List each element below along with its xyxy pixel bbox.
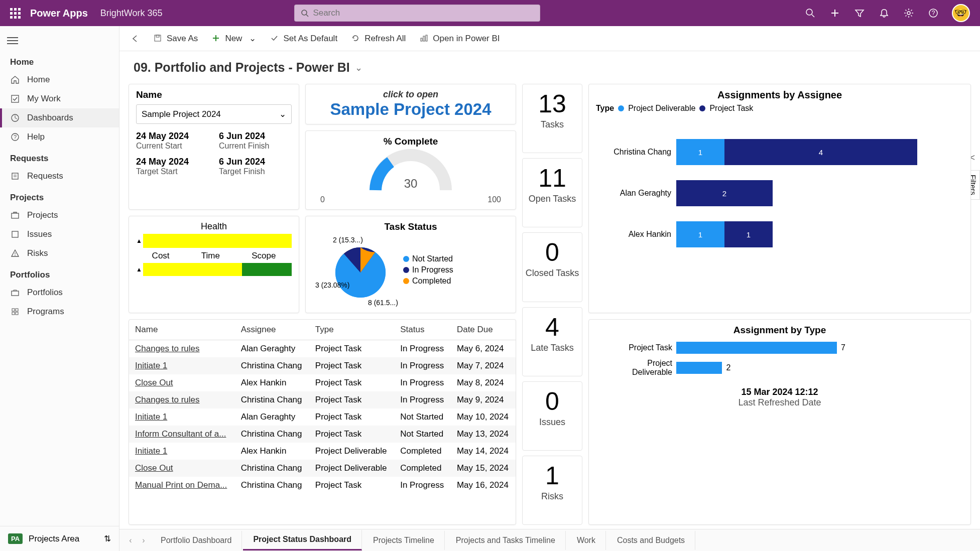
- chevron-down-icon: ⌄: [249, 33, 256, 44]
- warning-icon: [10, 248, 20, 258]
- tab-costs-budgets[interactable]: Costs and Budgets: [607, 531, 695, 550]
- table-row[interactable]: Initiate 1 Alex Hankin Project Deliverab…: [129, 443, 516, 460]
- svg-point-6: [907, 12, 910, 15]
- search-box[interactable]: [294, 5, 540, 22]
- refresh-all-button[interactable]: Refresh All: [346, 31, 411, 47]
- task-name-link[interactable]: Initiate 1: [129, 357, 235, 374]
- svg-rect-25: [12, 312, 15, 315]
- type-bar-row[interactable]: Project Deliverable 2: [606, 359, 953, 377]
- area-switcher[interactable]: PA Projects Area ⇅: [0, 526, 119, 551]
- table-row[interactable]: Close Out Alex Hankin Project Task In Pr…: [129, 374, 516, 391]
- notifications-icon[interactable]: [878, 7, 890, 19]
- area-badge: PA: [8, 533, 23, 544]
- assign-bar-row[interactable]: Alex Hankin11: [606, 221, 953, 247]
- table-row[interactable]: Initiate 1 Christina Chang Project Task …: [129, 357, 516, 374]
- nav-issues[interactable]: Issues: [0, 225, 119, 244]
- tasks-table[interactable]: Name Assignee Type Status Date Due Chang…: [129, 320, 516, 494]
- search-icon[interactable]: [804, 7, 816, 19]
- environment-name[interactable]: BrightWork 365: [100, 8, 163, 19]
- assign-bar-row[interactable]: Christina Chang14: [606, 139, 953, 165]
- tasks-table-card: Name Assignee Type Status Date Due Chang…: [129, 319, 516, 525]
- type-bar-row[interactable]: Project Task 7: [606, 342, 953, 354]
- task-name-link[interactable]: Changes to rules: [129, 391, 235, 408]
- table-row[interactable]: Initiate 1 Alan Geraghty Project Task No…: [129, 408, 516, 426]
- chevron-down-icon: ⌄: [279, 109, 286, 119]
- tab-portfolio-dashboard[interactable]: Portfolio Dashboard: [151, 531, 242, 550]
- kpi-column: 13Tasks 11Open Tasks 0Closed Tasks 4Late…: [522, 84, 582, 525]
- svg-rect-22: [12, 291, 19, 296]
- kpi-late-tasks[interactable]: 4Late Tasks: [522, 307, 582, 376]
- nav-section-projects: Projects: [0, 186, 119, 206]
- nav-home[interactable]: Home: [0, 70, 119, 89]
- open-powerbi-button[interactable]: Open in Power BI: [415, 31, 505, 47]
- task-name-link[interactable]: Initiate 1: [129, 443, 235, 460]
- task-name-link[interactable]: Close Out: [129, 460, 235, 477]
- table-row[interactable]: Changes to rules Christina Chang Project…: [129, 391, 516, 408]
- assign-bar-chart[interactable]: Christina Chang14Alan Geraghty2Alex Hank…: [596, 119, 963, 267]
- table-row[interactable]: Close Out Christina Chang Project Delive…: [129, 460, 516, 477]
- nav-dashboards[interactable]: Dashboards: [0, 108, 119, 127]
- kpi-issues[interactable]: 0Issues: [522, 381, 582, 451]
- table-row[interactable]: Changes to rules Alan Geraghty Project T…: [129, 340, 516, 358]
- nav-requests[interactable]: Requests: [0, 167, 119, 186]
- nav-help[interactable]: ?Help: [0, 127, 119, 147]
- toolbar: Save As New⌄ Set As Default Refresh All …: [119, 26, 980, 51]
- nav-mywork[interactable]: My Work: [0, 89, 119, 108]
- assign-legend: Type Project Deliverable Project Task: [596, 104, 963, 113]
- settings-icon[interactable]: [903, 7, 915, 19]
- page-title: 09. Portfolio and Projects - Power BI: [134, 60, 350, 75]
- content-area: Save As New⌄ Set As Default Refresh All …: [119, 26, 980, 551]
- nav-portfolios[interactable]: Portfolios: [0, 283, 119, 302]
- nav-risks[interactable]: Risks: [0, 244, 119, 263]
- gauge-chart[interactable]: 30: [365, 150, 456, 195]
- back-button[interactable]: [126, 31, 145, 46]
- filter-icon[interactable]: [853, 7, 866, 19]
- tabs-prev-icon[interactable]: ‹: [125, 536, 137, 545]
- app-name: Power Apps: [30, 8, 88, 19]
- svg-point-2: [806, 9, 812, 15]
- project-title-card[interactable]: click to open Sample Project 2024: [305, 84, 516, 124]
- type-bar-chart[interactable]: Project Task 7Project Deliverable 2: [596, 342, 963, 377]
- nav-section-home: Home: [0, 50, 119, 70]
- sidebar: Home Home My Work Dashboards ?Help Reque…: [0, 26, 119, 551]
- kpi-closed-tasks[interactable]: 0Closed Tasks: [522, 232, 582, 302]
- pie-chart[interactable]: 2 (15.3...) 3 (23.08%) 8 (61.5...): [313, 232, 403, 308]
- svg-line-12: [15, 118, 17, 119]
- table-row[interactable]: Manual Print on Dema... Christina Chang …: [129, 477, 516, 494]
- svg-rect-26: [16, 312, 18, 315]
- tab-projects-tasks-timeline[interactable]: Projects and Tasks Timeline: [446, 531, 566, 550]
- tab-work[interactable]: Work: [567, 531, 606, 550]
- dashboard: < Filters Name Sample Project 2024 ⌄ 24 …: [119, 80, 980, 529]
- svg-rect-23: [12, 309, 15, 311]
- add-icon[interactable]: [829, 7, 841, 19]
- tab-project-status[interactable]: Project Status Dashboard: [243, 530, 362, 550]
- kpi-risks[interactable]: 1Risks: [522, 456, 582, 525]
- help-icon[interactable]: ?: [927, 7, 939, 19]
- kpi-tasks[interactable]: 13Tasks: [522, 84, 582, 153]
- task-name-link[interactable]: Inform Consultant of a...: [129, 426, 235, 443]
- table-row[interactable]: Inform Consultant of a... Christina Chan…: [129, 426, 516, 443]
- task-name-link[interactable]: Close Out: [129, 374, 235, 391]
- hamburger-icon[interactable]: [0, 31, 119, 50]
- user-avatar[interactable]: 🤓: [952, 4, 970, 22]
- nav-projects[interactable]: Projects: [0, 206, 119, 225]
- task-name-link[interactable]: Initiate 1: [129, 408, 235, 426]
- kpi-open-tasks[interactable]: 11Open Tasks: [522, 158, 582, 227]
- set-default-button[interactable]: Set As Default: [265, 31, 342, 47]
- nav-programs[interactable]: Programs: [0, 302, 119, 321]
- app-launcher-icon[interactable]: [5, 3, 25, 23]
- assignment-by-type-card: Assignment by Type Project Task 7Project…: [588, 319, 971, 525]
- cts-bars: [143, 263, 292, 276]
- search-input[interactable]: [313, 8, 534, 18]
- new-button[interactable]: New⌄: [207, 30, 261, 47]
- save-as-button[interactable]: Save As: [149, 31, 203, 47]
- chevron-down-icon[interactable]: ⌄: [355, 62, 362, 73]
- pie-legend: Not Started In Progress Completed: [403, 252, 453, 288]
- assign-bar-row[interactable]: Alan Geraghty2: [606, 180, 953, 206]
- tab-projects-timeline[interactable]: Projects Timeline: [363, 531, 445, 550]
- question-icon: ?: [10, 132, 20, 142]
- project-dropdown[interactable]: Sample Project 2024 ⌄: [136, 104, 292, 124]
- task-name-link[interactable]: Manual Print on Dema...: [129, 477, 235, 494]
- tabs-next-icon[interactable]: ›: [138, 536, 150, 545]
- task-name-link[interactable]: Changes to rules: [129, 340, 235, 358]
